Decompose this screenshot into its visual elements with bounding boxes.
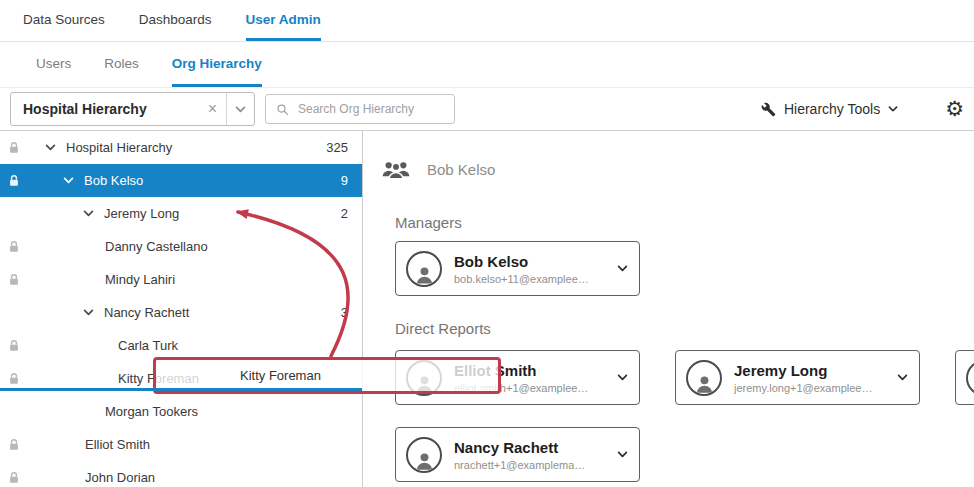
hierarchy-tools-label: Hierarchy Tools <box>784 101 880 117</box>
search-input[interactable] <box>296 101 454 117</box>
drag-ghost-label: Kitty Foreman <box>240 368 321 383</box>
lock-icon <box>8 471 20 484</box>
person-icon <box>412 263 437 287</box>
org-search-box[interactable] <box>265 94 455 124</box>
tree-row-label: Nancy Rachett <box>104 305 189 320</box>
tree-row-label: Carla Turk <box>118 338 178 353</box>
lock-icon <box>8 174 20 187</box>
settings-gear-button[interactable]: ⚙ <box>945 99 964 120</box>
detail-panel: Bob Kelso Managers Bob Kelso bob.kelso+1… <box>363 131 974 487</box>
sub-nav-item-roles[interactable]: Roles <box>104 42 139 87</box>
tree-row-elliot-smith[interactable]: Elliot Smith <box>0 428 362 461</box>
hierarchy-select[interactable]: Hospital Hierarchy × <box>10 92 255 126</box>
avatar <box>966 360 974 396</box>
top-nav: Data Sources Dashboards User Admin <box>0 0 974 42</box>
tree-row-jeremy-long[interactable]: Jeremy Long 2 <box>0 197 362 230</box>
lock-icon <box>8 438 20 451</box>
hierarchy-tools-button[interactable]: Hierarchy Tools <box>761 101 899 117</box>
person-email: bob.kelso+11@examplee… <box>454 273 610 285</box>
person-name: Nancy Rachett <box>454 439 610 456</box>
tree-row-label: Elliot Smith <box>85 437 150 452</box>
tree-row-count: 3 <box>341 305 362 320</box>
person-icon <box>412 449 437 473</box>
avatar <box>406 437 442 473</box>
lock-icon <box>8 240 20 253</box>
tree-row-morgan-tookers[interactable]: Morgan Tookers <box>0 395 362 428</box>
chevron-down-icon[interactable] <box>896 371 909 384</box>
avatar <box>406 251 442 287</box>
wrench-icon <box>761 102 776 117</box>
lock-icon <box>8 141 20 154</box>
person-name: Jeremy Long <box>734 362 890 379</box>
tree-row-john-dorian[interactable]: John Dorian <box>0 461 362 487</box>
group-icon <box>381 158 411 181</box>
person-email: nrachett+1@examplema… <box>454 459 610 471</box>
chevron-down-icon[interactable] <box>62 174 75 187</box>
tree-row-label: Danny Castellano <box>105 239 208 254</box>
top-nav-item-dashboards[interactable]: Dashboards <box>139 0 212 41</box>
person-card-jeremy-long[interactable]: Jeremy Long jeremy.long+1@examplee… <box>675 350 920 405</box>
tree-row-label: Morgan Tookers <box>105 404 198 419</box>
chevron-down-icon[interactable] <box>616 262 629 275</box>
tree-row-nancy-rachett[interactable]: Nancy Rachett 3 <box>0 296 362 329</box>
tree-row-label: Jeremy Long <box>104 206 179 221</box>
lock-icon <box>8 273 20 286</box>
managers-heading: Managers <box>395 214 974 231</box>
person-email: jeremy.long+1@examplee… <box>734 382 890 394</box>
chevron-down-icon[interactable] <box>616 448 629 461</box>
tree-row-label: Bob Kelso <box>84 173 143 188</box>
chevron-down-icon <box>887 103 899 115</box>
person-icon <box>692 372 717 396</box>
lock-icon <box>8 372 20 385</box>
lock-icon <box>8 339 20 352</box>
managers-cards: Bob Kelso bob.kelso+11@examplee… <box>395 241 974 296</box>
sub-nav-item-users[interactable]: Users <box>36 42 71 87</box>
sub-nav: Users Roles Org Hierarchy <box>0 42 974 88</box>
chevron-down-icon[interactable] <box>616 371 629 384</box>
direct-reports-heading: Direct Reports <box>395 320 974 337</box>
org-hierarchy-toolbar: Hospital Hierarchy × Hierarchy Tools ⚙ <box>0 88 974 131</box>
tree-row-count: 9 <box>341 173 362 188</box>
tree-row-mindy-lahiri[interactable]: Mindy Lahiri <box>0 263 362 296</box>
person-card-bob-kelso[interactable]: Bob Kelso bob.kelso+11@examplee… <box>395 241 640 296</box>
sub-nav-item-org-hierarchy[interactable]: Org Hierarchy <box>172 42 262 87</box>
detail-header: Bob Kelso <box>381 155 974 183</box>
direct-reports-cards-row-2: Nancy Rachett nrachett+1@examplema… <box>395 427 974 482</box>
chevron-down-icon[interactable] <box>44 141 57 154</box>
org-tree: Hospital Hierarchy 325 Bob Kelso 9 Jerem… <box>0 131 363 487</box>
tree-row-hospital-hierarchy[interactable]: Hospital Hierarchy 325 <box>0 131 362 164</box>
top-nav-item-data-sources[interactable]: Data Sources <box>23 0 105 41</box>
person-name: Bob Kelso <box>454 253 610 270</box>
person-card-partial[interactable] <box>955 350 974 405</box>
search-icon <box>276 103 289 116</box>
avatar <box>686 360 722 396</box>
top-nav-item-user-admin[interactable]: User Admin <box>246 0 321 41</box>
hierarchy-select-value: Hospital Hierarchy <box>11 101 199 117</box>
main-content: Hospital Hierarchy 325 Bob Kelso 9 Jerem… <box>0 131 974 487</box>
tree-row-label: John Dorian <box>85 470 155 485</box>
tree-row-bob-kelso[interactable]: Bob Kelso 9 <box>0 164 362 197</box>
tree-row-label: Hospital Hierarchy <box>66 140 172 155</box>
chevron-down-icon[interactable] <box>227 103 254 116</box>
drop-indicator-line <box>0 388 362 391</box>
clear-icon[interactable]: × <box>199 101 226 117</box>
tree-row-count: 2 <box>341 206 362 221</box>
tree-row-label: Mindy Lahiri <box>105 272 175 287</box>
person-card-nancy-rachett[interactable]: Nancy Rachett nrachett+1@examplema… <box>395 427 640 482</box>
chevron-down-icon[interactable] <box>82 306 95 319</box>
tree-row-count: 325 <box>326 140 362 155</box>
tree-row-danny-castellano[interactable]: Danny Castellano <box>0 230 362 263</box>
chevron-down-icon[interactable] <box>82 207 95 220</box>
detail-title: Bob Kelso <box>427 161 495 178</box>
